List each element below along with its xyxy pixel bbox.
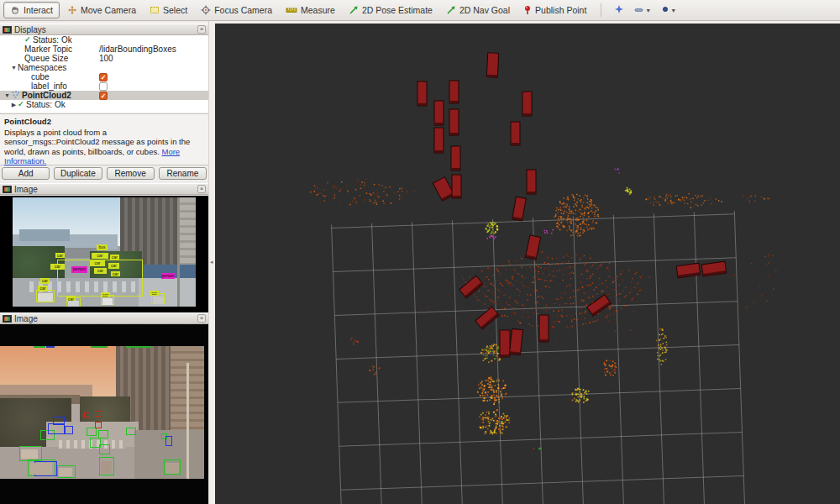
detection-box [53, 417, 65, 425]
tool-select[interactable]: Select [144, 2, 193, 18]
close-icon[interactable]: × [197, 314, 206, 323]
tree-row-queue-size[interactable]: Queue Size100 [0, 54, 208, 63]
tool-interact[interactable]: Interact [3, 2, 60, 18]
tree-row-cube[interactable]: cube✓ [0, 72, 208, 81]
camera-image-1: buscarcarcarcarcarcarcarcarcarcarcarcarc… [13, 197, 196, 307]
tree-row-namespaces[interactable]: ▼Namespaces [0, 63, 208, 72]
image1-panel-icon [3, 186, 12, 193]
tool-measure[interactable]: Measure [280, 2, 341, 18]
tool-move-camera[interactable]: Move Camera [61, 2, 142, 18]
duplicate-button[interactable]: Duplicate [54, 167, 102, 180]
tree-row-label: Queue Size [24, 54, 68, 63]
vehicle-blob [165, 463, 179, 474]
detection-box [95, 422, 102, 428]
3d-render-view[interactable] [215, 24, 840, 504]
detection-label-car: car [40, 278, 50, 284]
green-arrow-icon [349, 5, 359, 15]
toolbutton-record-dot-icon[interactable]: ▼ [657, 3, 680, 17]
displays-buttons: AddDuplicateRemoveRename [0, 167, 208, 182]
vehicle-blob [21, 449, 38, 459]
toolbutton-dash-icon[interactable]: ▼ [630, 4, 655, 17]
record-dot-icon [661, 5, 669, 15]
select-box-icon [150, 5, 160, 15]
chevron-down-icon[interactable]: ▼ [3, 91, 11, 100]
detection-box [95, 411, 102, 417]
displays-tree[interactable]: ✓Status: OkMarker Topic/lidarBoundingBox… [0, 35, 208, 113]
image2-view [0, 324, 208, 504]
close-icon[interactable]: × [197, 25, 206, 34]
tool-publish-point[interactable]: Publish Point [517, 2, 592, 18]
image1-view: buscarcarcarcarcarcarcarcarcarcarcarcarc… [0, 196, 208, 312]
displays-panel-icon [3, 26, 12, 34]
toolbar-separator [601, 3, 601, 17]
image1-panel-title: Image [14, 185, 195, 194]
add-button[interactable]: Add [2, 167, 50, 180]
detection-label-car: car [94, 268, 107, 274]
tree-row-status-ok[interactable]: ✓Status: Ok [0, 35, 208, 45]
chevron-down-icon[interactable]: ▼ [10, 63, 18, 72]
status-ok-check-icon: ✓ [18, 100, 26, 109]
detection-label-car: car [92, 253, 108, 259]
calibration-edge-mark [126, 346, 151, 348]
detection-label-bus: bus [97, 244, 108, 250]
tree-row-pointcloud2[interactable]: ▼PointCloud2✓ [0, 91, 208, 100]
displays-panel-title: Displays [14, 25, 195, 34]
display-description: PointCloud2 Displays a point cloud from … [0, 113, 208, 165]
measure-ruler-icon [286, 5, 297, 15]
tree-row-label: Marker Topic [24, 45, 72, 54]
calibration-edge-mark [91, 346, 108, 348]
tree-row-value[interactable]: 100 [99, 54, 113, 63]
tree-row-label: Status: Ok [26, 100, 66, 109]
tree-row-label: Status: Ok [33, 35, 72, 45]
detection-box [87, 428, 97, 436]
vehicle-blob [153, 297, 164, 304]
vehicle-blob [30, 463, 52, 475]
vehicle-blob [101, 461, 112, 474]
detection-label-car: car [108, 263, 119, 269]
red-pin-icon [523, 5, 532, 15]
camera-image-2 [0, 346, 204, 479]
tree-row-status-ok[interactable]: ▶✓Status: Ok [0, 100, 208, 109]
checkbox-pointcloud2[interactable]: ✓ [99, 92, 108, 100]
panel-splitter[interactable]: ◂ [208, 21, 215, 504]
detection-label-car: car [55, 253, 65, 258]
checkbox-label-info[interactable] [99, 82, 108, 91]
green-arrow-icon [446, 5, 456, 15]
detection-label-car: car [50, 264, 65, 270]
detection-box [65, 426, 73, 434]
tool-2d-pose-estimate[interactable]: 2D Pose Estimate [343, 2, 438, 18]
rename-button[interactable]: Rename [159, 167, 207, 180]
splitter-collapse-icon[interactable]: ◂ [210, 259, 213, 265]
toolbutton-blue-cross-icon[interactable] [610, 3, 628, 18]
checkbox-cube[interactable]: ✓ [99, 73, 108, 81]
description-title: PointCloud2 [4, 117, 204, 127]
chevron-right-icon[interactable]: ▶ [10, 100, 18, 109]
calibration-edge-mark [34, 346, 45, 348]
tool-focus-camera[interactable]: Focus Camera [195, 2, 278, 18]
tool-2d-nav-goal[interactable]: 2D Nav Goal [440, 2, 516, 18]
tree-row-label: PointCloud2 [22, 91, 71, 100]
pointcloud-scene [215, 24, 840, 504]
tree-row-marker-topic[interactable]: Marker Topic/lidarBoundingBoxes [0, 45, 208, 54]
detection-box [84, 412, 90, 417]
close-icon[interactable]: × [197, 185, 206, 193]
tree-row-label-info[interactable]: label_info [0, 81, 208, 91]
rviz-window: InteractMove CameraSelectFocus CameraMea… [0, 0, 840, 504]
vehicle-blob [102, 298, 113, 305]
tree-row-value[interactable]: /lidarBoundingBoxes [99, 45, 176, 54]
chevron-down-icon: ▼ [670, 8, 676, 13]
hand-icon [10, 5, 20, 15]
vehicle-blob [38, 293, 53, 302]
displays-panel-header[interactable]: Displays × [0, 24, 208, 35]
toolbar: InteractMove CameraSelectFocus CameraMea… [0, 0, 840, 21]
image1-panel-header[interactable]: Image × [0, 183, 208, 195]
detection-box [165, 436, 172, 446]
image2-panel-header[interactable]: Image × [0, 312, 208, 324]
remove-button[interactable]: Remove [107, 167, 155, 180]
focus-crosshair-icon [201, 5, 211, 15]
detection-label-person: person [161, 273, 175, 279]
detection-label-person: person [71, 266, 87, 273]
tree-row-label: Namespaces [18, 63, 66, 72]
tree-row-label: label_info [31, 81, 67, 91]
image2-panel-icon [3, 315, 12, 323]
